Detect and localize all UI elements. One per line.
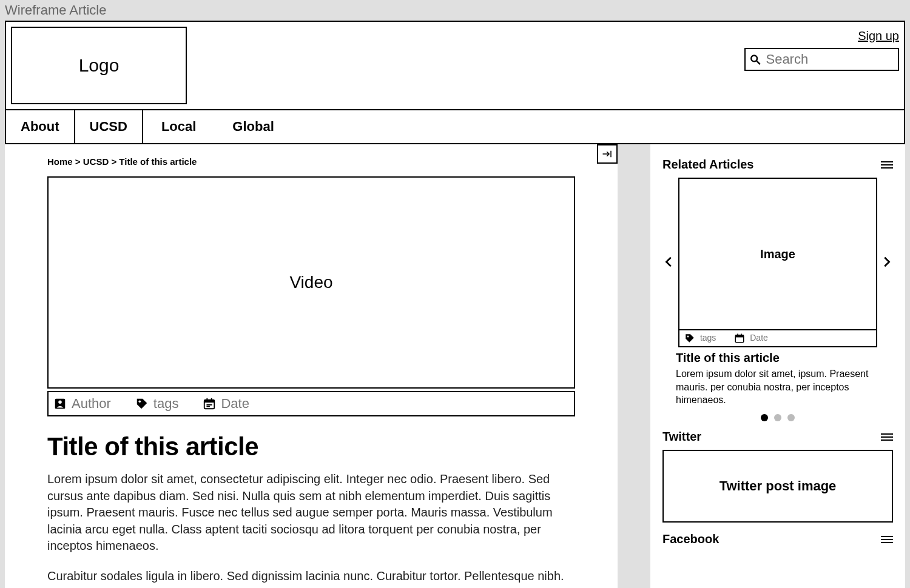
svg-line-1 xyxy=(757,61,760,64)
svg-rect-8 xyxy=(204,400,215,403)
nav-global[interactable]: Global xyxy=(214,110,292,143)
svg-rect-9 xyxy=(207,398,208,401)
related-heading: Related Articles xyxy=(662,158,753,172)
related-card[interactable]: Image tags Date xyxy=(678,178,877,347)
signup-link[interactable]: Sign up xyxy=(858,29,899,43)
svg-rect-17 xyxy=(741,334,743,336)
prev-button[interactable] xyxy=(662,252,676,273)
date-icon xyxy=(203,397,216,410)
svg-point-5 xyxy=(58,401,62,404)
svg-rect-10 xyxy=(211,398,212,401)
dot-3[interactable] xyxy=(787,414,795,421)
header: Logo Sign up xyxy=(5,21,905,110)
tags-meta: tags xyxy=(135,396,179,412)
arrow-right-bar-icon xyxy=(602,149,613,159)
svg-rect-16 xyxy=(738,334,739,336)
card-date-meta: Date xyxy=(734,333,767,344)
related-heading-row: Related Articles xyxy=(662,158,893,172)
video-placeholder[interactable]: Video xyxy=(47,176,575,389)
hamburger-icon[interactable] xyxy=(881,536,893,543)
chevron-left-icon xyxy=(662,255,676,269)
twitter-box-label: Twitter post image xyxy=(720,478,837,495)
article-p2: Curabitur sodales ligula in libero. Sed … xyxy=(47,568,575,588)
card-tag-meta: tags xyxy=(684,333,716,344)
facebook-heading: Facebook xyxy=(662,532,719,546)
tags-label: tags xyxy=(153,396,179,412)
svg-point-0 xyxy=(751,56,757,62)
author-label: Author xyxy=(72,396,111,412)
search-input[interactable] xyxy=(766,52,894,67)
article-p1: Lorem ipsum dolor sit amet, consectetur … xyxy=(47,471,575,555)
sidebar: Related Articles Image tags Date xyxy=(650,144,905,588)
meta-bar: Author tags Date xyxy=(47,391,575,416)
breadcrumb[interactable]: Home > UCSD > Title of this article xyxy=(47,156,575,167)
nav-ucsd[interactable]: UCSD xyxy=(75,110,143,143)
article-body: Lorem ipsum dolor sit amet, consectetur … xyxy=(47,471,575,588)
svg-rect-15 xyxy=(736,335,744,338)
hamburger-icon[interactable] xyxy=(881,433,893,441)
window-title: Wireframe Article xyxy=(0,0,910,21)
collapse-sidebar-button[interactable] xyxy=(597,144,618,164)
twitter-heading-row: Twitter xyxy=(662,430,893,444)
dot-2[interactable] xyxy=(774,414,781,421)
nav-about[interactable]: About xyxy=(6,110,75,143)
author-meta: Author xyxy=(53,396,111,412)
search-icon xyxy=(749,53,761,66)
date-meta: Date xyxy=(203,396,249,412)
twitter-post-placeholder[interactable]: Twitter post image xyxy=(662,450,893,523)
date-label: Date xyxy=(221,396,249,412)
article-title: Title of this article xyxy=(47,432,575,461)
twitter-heading: Twitter xyxy=(662,430,701,444)
facebook-heading-row: Facebook xyxy=(662,532,893,546)
svg-point-6 xyxy=(138,401,141,403)
dot-1[interactable] xyxy=(761,414,768,421)
related-carousel: Image tags Date xyxy=(662,178,893,347)
carousel-dots xyxy=(662,413,893,424)
nav-local[interactable]: Local xyxy=(143,110,214,143)
hamburger-icon[interactable] xyxy=(881,161,893,169)
card-description: Lorem ipsum dolor sit amet, ipsum. Praes… xyxy=(676,367,870,407)
tag-icon xyxy=(684,333,695,344)
author-icon xyxy=(53,397,67,410)
card-meta: tags Date xyxy=(679,330,876,346)
logo[interactable]: Logo xyxy=(11,27,187,104)
card-image-placeholder: Image xyxy=(679,179,876,330)
search-box[interactable] xyxy=(744,48,899,71)
card-title: Title of this article xyxy=(676,351,893,365)
navbar: About UCSD Local Global xyxy=(5,110,905,144)
svg-point-13 xyxy=(687,336,689,338)
main-column: Home > UCSD > Title of this article Vide… xyxy=(5,144,618,588)
next-button[interactable] xyxy=(880,252,893,273)
chevron-right-icon xyxy=(880,255,893,269)
date-icon xyxy=(734,333,745,344)
tag-icon xyxy=(135,397,149,410)
